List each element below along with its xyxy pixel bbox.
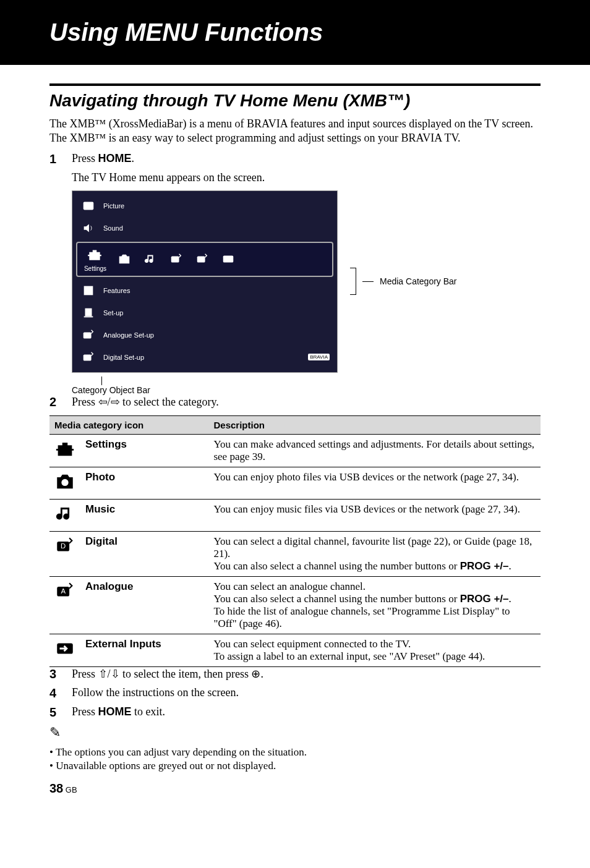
settings-col: Settings: [82, 247, 107, 272]
digital-setup-icon: [80, 349, 97, 366]
note-icon: ✎: [49, 725, 541, 741]
th-icon: Media category icon: [49, 415, 208, 434]
media-bar-callout: Media Category Bar: [350, 268, 457, 295]
table-row: DigitalYou can select a digital channel,…: [49, 531, 541, 576]
row-desc: You can make advanced settings and adjus…: [208, 434, 541, 467]
step-2-number: 2: [49, 395, 61, 409]
step-4-text: Follow the instructions on the screen.: [72, 686, 541, 700]
step-3-number: 3: [49, 667, 61, 681]
row-name: Analogue: [85, 581, 133, 592]
xmb-row-sound: Sound: [76, 217, 333, 239]
row-name: External Inputs: [85, 638, 161, 650]
th-desc: Description: [208, 415, 541, 434]
bravia-tag: BRAVIA: [308, 354, 330, 360]
row-icon-cell: [49, 499, 80, 531]
table-row: SettingsYou can make advanced settings a…: [49, 434, 541, 467]
step-3-text: Press ⇧/⇩ to select the item, then press…: [72, 667, 541, 681]
row-name-cell: Photo: [80, 467, 208, 499]
music-icon: [54, 503, 75, 524]
analogue-icon: [54, 581, 75, 602]
row-desc: You can enjoy music files via USB device…: [208, 499, 541, 531]
note-item: • The options you can adjust vary depend…: [49, 746, 541, 759]
step-3: 3 Press ⇧/⇩ to select the item, then pre…: [49, 667, 541, 681]
row-desc: You can select an analogue channel.You c…: [208, 576, 541, 634]
row-icon-cell: [49, 634, 80, 666]
table-row: AnalogueYou can select an analogue chann…: [49, 576, 541, 634]
row-icon-cell: [49, 576, 80, 634]
settings-icon: [54, 438, 75, 459]
category-bar-label: Category Object Bar: [72, 385, 150, 395]
digital-icon: [54, 535, 75, 556]
external inputs-icon: [54, 638, 75, 659]
row-desc: You can enjoy photo files via USB device…: [208, 467, 541, 499]
intro-text: The XMB™ (XrossMediaBar) is a menu of BR…: [49, 117, 541, 146]
page-number: 38 GB: [49, 781, 541, 796]
xmb-label-settings: Settings: [83, 265, 107, 272]
music-icon: [142, 250, 159, 268]
row-name-cell: External Inputs: [80, 634, 208, 666]
row-icon-cell: [49, 467, 80, 499]
xmb-row-features: Features: [76, 279, 333, 302]
row-name: Music: [85, 503, 115, 515]
chapter-title: Using MENU Functions: [49, 19, 565, 46]
step-5: 5 Press HOME to exit.: [49, 705, 541, 720]
category-bar-callout: Category Object Bar: [72, 377, 541, 395]
picture-icon: [80, 197, 97, 215]
xmb-row-picture: Picture: [76, 195, 333, 217]
row-icon-cell: [49, 531, 80, 576]
row-name: Photo: [85, 471, 115, 483]
row-desc: You can select a digital channel, favour…: [208, 531, 541, 576]
step-1-sub: The TV Home menu appears on the screen.: [72, 171, 541, 184]
step-1: 1 Press HOME.: [49, 152, 541, 166]
note-item: • Unavailable options are greyed out or …: [49, 759, 541, 773]
row-name-cell: Music: [80, 499, 208, 531]
photo-icon: [116, 250, 133, 268]
xmb-label-picture: Picture: [103, 202, 124, 210]
row-name-cell: Digital: [80, 531, 208, 576]
page-content: Navigating through TV Home Menu (XMB™) T…: [0, 65, 590, 808]
xmb-label-features: Features: [103, 287, 130, 294]
row-desc: You can select equipment connected to th…: [208, 634, 541, 666]
row-name: Settings: [85, 438, 127, 450]
xmb-screen: Picture Sound Settings: [72, 190, 338, 373]
row-name-cell: Settings: [80, 434, 208, 467]
digital-icon: [168, 250, 185, 268]
setup-icon: [80, 304, 97, 321]
home-key-2: HOME: [98, 705, 132, 718]
features-icon: [80, 282, 97, 299]
row-name: Digital: [85, 535, 118, 547]
step-5-text: Press HOME to exit.: [72, 705, 541, 720]
xmb-row-digital-setup: Digital Set-up BRAVIA: [76, 346, 333, 368]
analogue-setup-icon: [80, 326, 97, 344]
xmb-media-bar: Settings: [76, 242, 333, 277]
step-2-text: Press ⇦/⇨ to select the category.: [72, 395, 541, 409]
row-icon-cell: [49, 434, 80, 467]
row-name-cell: Analogue: [80, 576, 208, 634]
step-4-number: 4: [49, 686, 61, 700]
xmb-label-sound: Sound: [103, 224, 123, 232]
sound-icon: [80, 219, 97, 237]
xmb-row-setup: Set-up: [76, 302, 333, 324]
media-category-table: Media category icon Description Settings…: [49, 415, 541, 667]
step-1-number: 1: [49, 152, 61, 166]
bracket-graphic: [350, 268, 356, 295]
table-row: External InputsYou can select equipment …: [49, 634, 541, 666]
step-2: 2 Press ⇦/⇨ to select the category.: [49, 395, 541, 409]
media-bar-label: Media Category Bar: [380, 276, 457, 286]
notes-list: • The options you can adjust vary depend…: [49, 746, 541, 773]
chapter-banner: Using MENU Functions: [0, 0, 590, 65]
xmb-label-setup: Set-up: [103, 309, 123, 317]
external-inputs-icon: [220, 250, 237, 268]
xmb-illustration: Picture Sound Settings: [72, 190, 541, 373]
section-rule: [49, 83, 541, 86]
xmb-label-analogue-setup: Analogue Set-up: [103, 331, 154, 339]
step-1-text: Press HOME.: [72, 152, 541, 166]
step-5-number: 5: [49, 705, 61, 720]
section-title: Navigating through TV Home Menu (XMB™): [49, 91, 541, 111]
table-row: PhotoYou can enjoy photo files via USB d…: [49, 467, 541, 499]
photo-icon: [54, 471, 75, 492]
xmb-label-digital-setup: Digital Set-up: [103, 354, 144, 361]
analogue-icon: [194, 250, 211, 268]
home-key: HOME: [98, 152, 132, 164]
xmb-row-analogue-setup: Analogue Set-up: [76, 324, 333, 346]
